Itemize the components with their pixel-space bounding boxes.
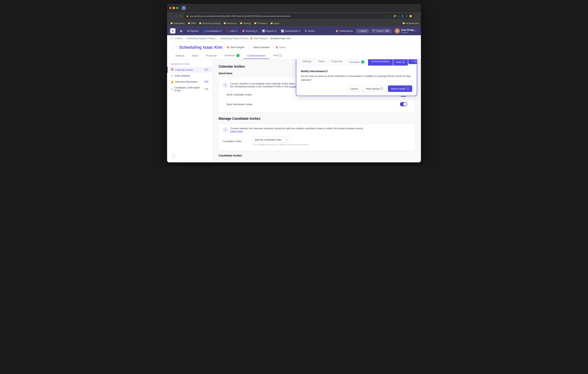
search-icon: 🔍: [373, 30, 376, 32]
popover-tab-proposals[interactable]: Proposals: [328, 59, 346, 65]
bookmark-strategy[interactable]: 📁 Strategy: [239, 21, 252, 25]
bookmarks-bar: 📁 Onboarding 📁 PMM 📁 Recurring meetings …: [167, 20, 421, 27]
sidebar-item-interview-reminders[interactable]: 🔔 Interview Reminders On: [167, 79, 212, 85]
tab-schedule[interactable]: Schedule ✓: [221, 52, 243, 59]
close-dot[interactable]: [169, 7, 172, 9]
popover-actions: Cancel Hold Silently i Hold & Notify i: [301, 85, 412, 92]
nav-item-dashboards[interactable]: 📈 Dashboards ▾: [279, 28, 302, 33]
popover-tab-hold[interactable]: Hold i: [393, 59, 408, 65]
tab-hold[interactable]: Hold i: [269, 53, 285, 59]
breadcrumb-more[interactable]: 4 More...: [175, 37, 184, 40]
refresh-button[interactable]: ↻: [179, 14, 183, 18]
star-icon[interactable]: ☆: [388, 15, 390, 18]
app-logo[interactable]: A: [170, 28, 175, 33]
schedule-button[interactable]: ✓ Schedule: [408, 59, 417, 64]
content-area: Calendar Invites Send Now i Choose wheth…: [212, 59, 421, 162]
help-button[interactable]: ?: [171, 153, 176, 159]
url-text: app.ashbyhq.com/schedules/drafts/fbe5449…: [190, 15, 387, 17]
folder-icon: 📁: [254, 22, 257, 24]
bookmark-resources[interactable]: 📁 Resources: [222, 21, 238, 25]
extensions-icon[interactable]: 🧩: [393, 15, 396, 18]
back-button[interactable]: ←: [168, 14, 173, 18]
page-title-name: Isaac Kim: [203, 45, 222, 50]
bookmark-specs[interactable]: 📁 Specs: [269, 21, 281, 25]
sidebar-item-calendar-invites[interactable]: 📅 Calendar Invites On: [167, 67, 212, 73]
chevron-down-icon: ▾: [286, 138, 288, 141]
nav-item-sourcing[interactable]: 🎯 Sourcing ▾: [240, 28, 259, 33]
breadcrumb: ↺ ∨ 4 More... › Scheduling Request Prior…: [167, 35, 421, 42]
search-button[interactable]: 🔍 Search ⌘K: [371, 29, 392, 33]
back-to-list-button[interactable]: ←: [172, 45, 177, 50]
forward-button[interactable]: →: [174, 14, 178, 18]
breadcrumb-scheduling-request[interactable]: Scheduling Request Priority L...: [186, 37, 218, 40]
profile-icon[interactable]: 👤: [401, 15, 404, 18]
new-tab-button[interactable]: +: [188, 6, 190, 10]
page-header: ← Scheduling Isaac Kim 🎨 Staff Designer …: [167, 42, 421, 59]
sourcing-icon: 🎯: [242, 30, 245, 32]
nav-item-admin[interactable]: ⚙ Admin: [303, 28, 316, 33]
reminder-icon: 🔔: [171, 80, 174, 83]
manage-info-icon: i: [223, 127, 228, 132]
popover-tab-dates[interactable]: Dates: [315, 59, 328, 65]
bell-icon: 🔔: [336, 30, 338, 32]
skills-evaluation-badge[interactable]: → Skills Evaluation: [248, 45, 272, 49]
breadcrumb-request-forms[interactable]: Scheduling Request Forms: [220, 37, 248, 40]
nav-item-jobs[interactable]: 💼 Jobs ▾: [224, 28, 239, 33]
nav-item-candidates[interactable]: 👥 Candidates ▾: [201, 28, 223, 33]
hold-silently-button[interactable]: Hold Silently i: [363, 85, 387, 92]
candidate-invites-form-row: Candidate Invites Split the candidate in…: [223, 135, 411, 148]
user-org: Nocobird: [401, 31, 414, 33]
toggle-thumb: [403, 103, 407, 106]
user-area[interactable]: JO Jane Ortega Nocobird ▾: [393, 27, 418, 34]
sidebar-label-interview-reminders: Interview Reminders: [175, 80, 198, 83]
minimize-dot[interactable]: [173, 7, 175, 9]
download-icon[interactable]: ⬇: [406, 15, 408, 18]
sidebar-section-label: COMMUNICATIONS: [167, 63, 212, 67]
send-interviewer-invites-toggle[interactable]: [400, 102, 407, 106]
user-info: Jane Ortega Nocobird: [401, 29, 414, 33]
popover-tab-schedule[interactable]: Schedule ✓: [346, 59, 368, 65]
all-bookmarks[interactable]: 📁 All Bookmarks: [402, 22, 419, 24]
maximize-dot[interactable]: [176, 7, 178, 9]
bookmark-ta-leaders[interactable]: 📁 TA leaders: [253, 21, 269, 25]
dashboards-icon: 📈: [281, 30, 284, 32]
breadcrumb-current: Schedule Isaac Kim: [270, 37, 290, 40]
bookmark-onboarding[interactable]: 📁 Onboarding: [169, 21, 186, 25]
badge2-label: Skills Evaluation: [253, 46, 270, 49]
candidate-invites-select[interactable]: Split the candidate invite ▾: [252, 137, 290, 143]
notifications-button[interactable]: 🔔 Notifications: [334, 29, 354, 33]
popover-tab-communications[interactable]: Communications: [368, 59, 393, 65]
tab-dates[interactable]: Dates: [188, 53, 202, 59]
user-avatar-small[interactable]: 😊: [409, 15, 412, 18]
manage-candidate-invites-title: Manage Candidate Invites: [219, 117, 415, 121]
folder-icon: 📁: [240, 22, 242, 24]
tab-settings[interactable]: Settings: [172, 53, 188, 59]
cancel-button[interactable]: Cancel: [347, 85, 361, 92]
tab-communications[interactable]: Communications: [243, 53, 269, 59]
learn-more-link[interactable]: Learn more: [230, 130, 243, 133]
candidate-confirmation-badge: Off: [204, 87, 209, 91]
more-button[interactable]: ⋮: [415, 14, 420, 18]
notify-interviewers-popover: Settings Dates Proposals Schedule ✓ Comm…: [296, 59, 417, 96]
address-bar[interactable]: 🔒 app.ashbyhq.com/schedules/drafts/fbe54…: [184, 13, 414, 19]
tab-proposals[interactable]: Proposals: [202, 53, 221, 59]
sidebar-item-candidate-confirmation[interactable]: ✉ Candidate Confirmation Email Off: [167, 85, 212, 93]
add-button[interactable]: + Add ▾: [356, 29, 369, 33]
nav-item-reports[interactable]: 📊 Reports ▾: [260, 28, 278, 33]
ashby-ext-icon[interactable]: A: [398, 15, 399, 18]
nav-item-home[interactable]: 🏠: [178, 28, 185, 33]
user-name: Jane Ortega: [401, 29, 414, 31]
page-badges: 🎨 Staff Designer → Skills Evaluation 🔖 S…: [224, 45, 288, 49]
folder-icon: 📁: [223, 22, 226, 24]
dashboards-label: Dashboards: [285, 30, 298, 32]
nav-item-pipeline[interactable]: ⊞ Pipeline: [185, 28, 201, 33]
bookmark-pmm[interactable]: 📁 PMM: [186, 21, 197, 25]
bookmark-recurring-meetings[interactable]: 📁 Recurring meetings: [198, 21, 222, 25]
manage-card: i Choose whether this interview schedule…: [219, 124, 415, 151]
popover-tab-settings[interactable]: Settings: [299, 59, 315, 65]
hold-notify-button[interactable]: Hold & Notify i: [388, 85, 412, 92]
breadcrumb-staff-designer[interactable]: Staff Designer: [254, 37, 268, 40]
sidebar-item-invite-settings[interactable]: ⚙ Invite Settings: [167, 73, 212, 79]
staff-designer-badge[interactable]: 🎨 Staff Designer: [224, 45, 247, 49]
page-tabs-strip: Settings Dates Proposals Schedule ✓ Comm…: [172, 52, 416, 59]
